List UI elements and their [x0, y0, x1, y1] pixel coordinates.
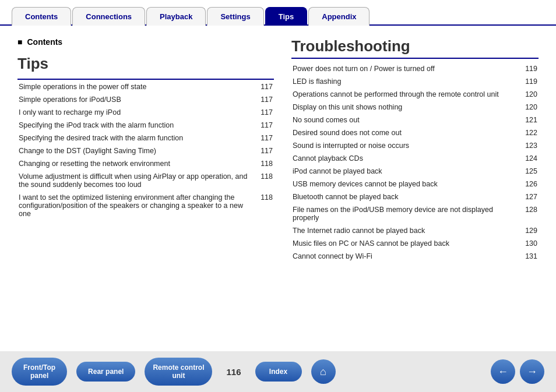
trouble-row-text: Sound is interrupted or noise occurs: [291, 139, 521, 152]
trouble-row-text: Music files on PC or NAS cannot be playe…: [291, 237, 521, 250]
tips-row-page: 118: [256, 191, 274, 220]
tips-row: Changing or resetting the network enviro…: [17, 157, 274, 170]
tab-playback[interactable]: Playback: [146, 7, 206, 26]
trouble-row-text: Power does not turn on / Power is turned…: [291, 62, 521, 75]
tab-contents[interactable]: Contents: [12, 7, 71, 26]
home-button[interactable]: ⌂: [311, 359, 336, 384]
tips-row-text: Volume adjustment is difficult when usin…: [17, 170, 256, 191]
trouble-row-text: Display on this unit shows nothing: [291, 101, 521, 114]
next-page-button[interactable]: →: [520, 359, 544, 384]
trouble-row-page: 127: [521, 190, 539, 203]
tips-row-page: 117: [256, 119, 274, 132]
trouble-row: Music files on PC or NAS cannot be playe…: [291, 237, 539, 250]
trouble-row-page: 130: [521, 237, 539, 250]
bottom-nav: Front/Top panel Rear panel Remote contro…: [0, 351, 556, 392]
trouble-row: File names on the iPod/USB memory device…: [291, 203, 539, 224]
trouble-row-page: 120: [521, 88, 539, 101]
trouble-row-text: Desired sound does not come out: [291, 126, 521, 139]
tips-row: Simple operations in the power off state…: [17, 79, 274, 93]
trouble-row-text: Cannot playback CDs: [291, 152, 521, 165]
trouble-row-text: Bluetooth cannot be played back: [291, 190, 521, 203]
trouble-row: Sound is interrupted or noise occurs123: [291, 139, 539, 152]
tips-table: Simple operations in the power off state…: [17, 79, 274, 220]
section-heading-label: Contents: [27, 37, 62, 47]
trouble-row: LED is flashing119: [291, 75, 539, 88]
trouble-row-text: The Internet radio cannot be played back: [291, 224, 521, 237]
prev-page-button[interactable]: ←: [491, 359, 515, 384]
trouble-row-text: File names on the iPod/USB memory device…: [291, 203, 521, 224]
trouble-row-page: 131: [521, 250, 539, 263]
trouble-row: Cannot connect by Wi-Fi131: [291, 250, 539, 263]
trouble-row-page: 120: [521, 101, 539, 114]
tips-row-page: 117: [256, 132, 274, 144]
bottom-right-nav: ← →: [491, 359, 544, 384]
trouble-row: Display on this unit shows nothing120: [291, 101, 539, 114]
trouble-row-page: 125: [521, 165, 539, 178]
tips-row-text: Specifying the desired track with the al…: [17, 132, 256, 144]
trouble-row-page: 122: [521, 126, 539, 139]
trouble-row-page: 129: [521, 224, 539, 237]
tab-connections[interactable]: Connections: [72, 7, 145, 26]
main-content: Contents Tips Simple operations in the p…: [0, 26, 556, 274]
arrow-left-icon: ←: [498, 366, 508, 378]
trouble-row: Cannot playback CDs124: [291, 152, 539, 165]
front-top-panel-button[interactable]: Front/Top panel: [12, 358, 67, 386]
tips-row-page: 117: [256, 79, 274, 93]
tab-settings[interactable]: Settings: [207, 7, 263, 26]
trouble-row: The Internet radio cannot be played back…: [291, 224, 539, 237]
trouble-row-text: LED is flashing: [291, 75, 521, 88]
trouble-row-page: 128: [521, 203, 539, 224]
tab-appendix[interactable]: Appendix: [308, 7, 370, 26]
section-heading: Contents: [17, 37, 274, 47]
remote-control-unit-button[interactable]: Remote control unit: [145, 358, 212, 386]
troubleshooting-title: Troubleshooting: [291, 37, 539, 59]
trouble-row: No sound comes out121: [291, 114, 539, 126]
trouble-row-text: No sound comes out: [291, 114, 521, 126]
trouble-row: Desired sound does not come out122: [291, 126, 539, 139]
trouble-row-page: 119: [521, 62, 539, 75]
trouble-row: iPod cannot be played back125: [291, 165, 539, 178]
trouble-row-text: USB memory devices cannot be played back: [291, 178, 521, 190]
trouble-row: USB memory devices cannot be played back…: [291, 178, 539, 190]
trouble-row-text: iPod cannot be played back: [291, 165, 521, 178]
trouble-row: Operations cannot be performed through t…: [291, 88, 539, 101]
tips-row-page: 117: [256, 93, 274, 106]
tips-row-text: I want to set the optimized listening en…: [17, 191, 256, 220]
tips-row-text: Simple operations in the power off state: [17, 79, 256, 93]
tips-row: I only want to recharge my iPod117: [17, 106, 274, 119]
tips-row-page: 117: [256, 106, 274, 119]
trouble-row-page: 119: [521, 75, 539, 88]
tips-row-text: Specifying the iPod track with the alarm…: [17, 119, 256, 132]
tab-tips[interactable]: Tips: [265, 7, 308, 26]
tips-row: Specifying the desired track with the al…: [17, 132, 274, 144]
trouble-row-page: 124: [521, 152, 539, 165]
tips-row: I want to set the optimized listening en…: [17, 191, 274, 220]
index-button[interactable]: Index: [255, 362, 302, 382]
trouble-row-text: Cannot connect by Wi-Fi: [291, 250, 521, 263]
tab-bar: Contents Connections Playback Settings T…: [0, 0, 556, 26]
tips-row-text: I only want to recharge my iPod: [17, 106, 256, 119]
tips-row-text: Change to the DST (Daylight Saving Time): [17, 144, 256, 157]
tips-row-page: 118: [256, 157, 274, 170]
tips-row-text: Changing or resetting the network enviro…: [17, 157, 256, 170]
trouble-row-page: 121: [521, 114, 539, 126]
tips-row: Specifying the iPod track with the alarm…: [17, 119, 274, 132]
tips-row-page: 117: [256, 144, 274, 157]
tips-row: Simple operations for iPod/USB117: [17, 93, 274, 106]
trouble-row-text: Operations cannot be performed through t…: [291, 88, 521, 101]
arrow-right-icon: →: [527, 366, 537, 378]
trouble-table: Power does not turn on / Power is turned…: [291, 62, 539, 263]
rear-panel-button[interactable]: Rear panel: [76, 362, 135, 382]
trouble-row-page: 123: [521, 139, 539, 152]
home-icon: ⌂: [320, 366, 326, 378]
tips-row: Volume adjustment is difficult when usin…: [17, 170, 274, 191]
tips-row: Change to the DST (Daylight Saving Time)…: [17, 144, 274, 157]
tips-row-page: 118: [256, 170, 274, 191]
trouble-row-page: 126: [521, 178, 539, 190]
tips-title: Tips: [17, 55, 274, 73]
right-column: Troubleshooting Power does not turn on /…: [291, 37, 539, 263]
trouble-row: Bluetooth cannot be played back127: [291, 190, 539, 203]
page-number: 116: [226, 367, 241, 377]
left-column: Contents Tips Simple operations in the p…: [17, 37, 274, 263]
trouble-row: Power does not turn on / Power is turned…: [291, 62, 539, 75]
